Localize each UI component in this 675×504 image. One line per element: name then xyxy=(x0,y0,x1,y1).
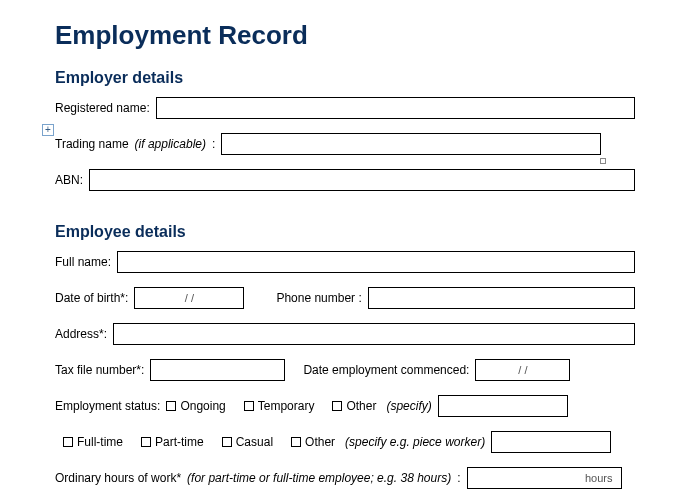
type-fulltime-option[interactable]: Full-time xyxy=(63,435,123,449)
checkbox-icon xyxy=(222,437,232,447)
checkbox-icon xyxy=(244,401,254,411)
hours-label: Ordinary hours of work* xyxy=(55,471,181,485)
tfn-input[interactable] xyxy=(150,359,285,381)
dob-input[interactable]: / / xyxy=(134,287,244,309)
registered-name-label: Registered name: xyxy=(55,101,150,115)
registered-name-input[interactable] xyxy=(156,97,635,119)
resize-handle-icon xyxy=(600,158,606,164)
status-ongoing-option[interactable]: Ongoing xyxy=(166,399,225,413)
type-parttime-option[interactable]: Part-time xyxy=(141,435,204,449)
full-name-input[interactable] xyxy=(117,251,635,273)
trading-name-note: (if applicable) xyxy=(135,137,206,151)
checkbox-icon xyxy=(63,437,73,447)
abn-input[interactable] xyxy=(89,169,635,191)
phone-input[interactable] xyxy=(368,287,635,309)
full-name-label: Full name: xyxy=(55,255,111,269)
trading-name-input[interactable] xyxy=(221,133,601,155)
address-input[interactable] xyxy=(113,323,635,345)
hours-input[interactable]: hours xyxy=(467,467,622,489)
tfn-label: Tax file number*: xyxy=(55,363,144,377)
type-casual-option[interactable]: Casual xyxy=(222,435,273,449)
page-title: Employment Record xyxy=(55,20,635,51)
employee-heading: Employee details xyxy=(55,223,635,241)
status-temporary-option[interactable]: Temporary xyxy=(244,399,315,413)
dob-label: Date of birth*: xyxy=(55,291,128,305)
employer-heading: Employer details xyxy=(55,69,635,87)
status-other-option[interactable]: Other xyxy=(332,399,376,413)
type-other-option[interactable]: Other xyxy=(291,435,335,449)
type-other-note: (specify e.g. piece worker) xyxy=(345,435,485,449)
status-other-note: (specify) xyxy=(386,399,431,413)
abn-label: ABN: xyxy=(55,173,83,187)
table-anchor-icon: + xyxy=(42,124,54,136)
address-label: Address*: xyxy=(55,327,107,341)
trading-name-label: Trading name xyxy=(55,137,129,151)
type-other-input[interactable] xyxy=(491,431,611,453)
hours-colon: : xyxy=(457,471,460,485)
hours-note: (for part-time or full-time employee; e.… xyxy=(187,471,451,485)
employment-status-label: Employment status: xyxy=(55,399,160,413)
checkbox-icon xyxy=(332,401,342,411)
date-commenced-input[interactable]: / / xyxy=(475,359,570,381)
status-other-input[interactable] xyxy=(438,395,568,417)
date-commenced-label: Date employment commenced: xyxy=(303,363,469,377)
phone-label: Phone number : xyxy=(276,291,361,305)
checkbox-icon xyxy=(166,401,176,411)
checkbox-icon xyxy=(141,437,151,447)
checkbox-icon xyxy=(291,437,301,447)
trading-name-colon: : xyxy=(212,137,215,151)
